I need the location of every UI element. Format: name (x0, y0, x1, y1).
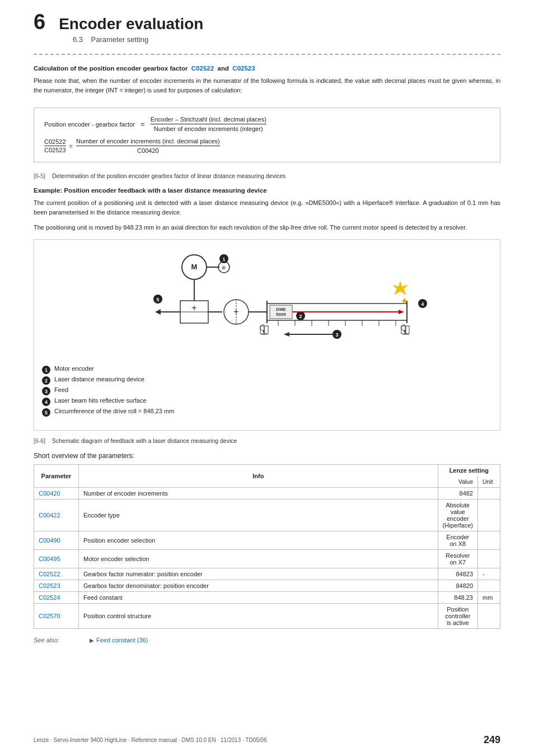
legend-text-1: Motor encoder (53, 365, 94, 372)
formula-row2: C02522 C02523 = Number of encoder increm… (44, 138, 490, 154)
formula-box: Position encoder - gearbox factor = Enco… (34, 108, 500, 162)
svg-text:4: 4 (421, 301, 424, 307)
cell-info: Position encoder selection (79, 531, 438, 550)
svg-marker-43 (284, 332, 289, 337)
formula-c02523: C02523 (44, 147, 66, 153)
caption-6-6-num: [6-6] (34, 437, 45, 444)
caption-6-5: [6-5] Determination of the position enco… (34, 172, 500, 179)
params-table: Parameter Info Lenze setting Value Unit … (34, 464, 500, 629)
caption-6-6: [6-6] Schematic diagram of feedback with… (34, 437, 500, 444)
svg-text:5000: 5000 (276, 312, 286, 317)
see-also: See also: ▶ Feed constant (36) (34, 637, 500, 643)
th-value: Value (438, 476, 477, 488)
chapter-number: 6 (34, 11, 45, 32)
cell-unit (478, 500, 500, 531)
param-link[interactable]: C00490 (39, 537, 60, 544)
link-c02523[interactable]: C02523 (232, 65, 255, 72)
cell-info: Encoder type (79, 500, 438, 531)
param-link[interactable]: C00495 (39, 556, 60, 562)
legend-num-4: 4 (42, 398, 50, 406)
param-link[interactable]: C00420 (39, 490, 60, 497)
legend-item-5: 5 Circumference of the drive roll = 848,… (42, 408, 492, 417)
formula-right-numerator: Number of encoder increments (incl. deci… (76, 138, 220, 146)
cell-param: C00420 (34, 488, 79, 500)
legend-num-1: 1 (42, 366, 50, 374)
link-c02522[interactable]: C02522 (191, 65, 214, 72)
legend-num-5: 5 (42, 408, 50, 417)
svg-text:M: M (191, 263, 198, 271)
formula-row2-equals: = (69, 143, 73, 150)
page: 6 Encoder evaluation 6.3 Parameter setti… (0, 0, 534, 756)
param-link[interactable]: C02524 (39, 594, 60, 601)
cell-value: 84823 (438, 568, 477, 580)
cell-info: Number of encoder increments (79, 488, 438, 500)
table-row: C00422Encoder typeAbsolute value encoder… (34, 500, 500, 531)
cell-info: Position control structure (79, 604, 438, 629)
legend-text-3: Feed (53, 386, 68, 393)
cell-unit (478, 550, 500, 568)
legend-text-2: Laser distance measuring device (53, 376, 144, 382)
th-info: Info (79, 465, 438, 488)
arrow-right-icon: ▶ (90, 637, 94, 643)
section-label: 6.3 Parameter setting (73, 35, 500, 44)
cell-info: Motor encoder selection (79, 550, 438, 568)
svg-text:+: + (233, 307, 238, 316)
th-lenze: Lenze setting (438, 465, 500, 477)
chapter-title: Encoder evaluation (59, 15, 203, 33)
param-link[interactable]: C02570 (39, 613, 60, 619)
cell-value: 8482 (438, 488, 477, 500)
formula-fraction: Encoder – Strichzahl (incl. decimal plac… (151, 116, 266, 132)
svg-text:3: 3 (335, 332, 338, 338)
cell-value: 84820 (438, 580, 477, 592)
formula-right-denominator: C00420 (137, 147, 159, 154)
calc-heading: Calculation of the position encoder gear… (34, 65, 500, 72)
cell-param: C02524 (34, 592, 79, 604)
cell-unit (478, 488, 500, 500)
svg-marker-56 (393, 281, 407, 295)
table-row: C02570Position control structurePosition… (34, 604, 500, 629)
page-header: 6 Encoder evaluation (34, 11, 500, 33)
svg-marker-38 (399, 310, 404, 314)
section-divider (34, 54, 500, 55)
svg-text:⊕: ⊕ (222, 265, 226, 270)
cell-info: Gearbox factor numerator: position encod… (79, 568, 438, 580)
formula-numerator: Encoder – Strichzahl (incl. decimal plac… (151, 116, 266, 124)
svg-marker-12 (155, 309, 161, 315)
formula-equals: = (140, 120, 145, 128)
svg-text:2: 2 (299, 314, 302, 319)
legend: 1 Motor encoder 2 Laser distance measuri… (42, 365, 492, 417)
legend-item-3: 3 Feed (42, 386, 492, 395)
param-link[interactable]: C02523 (39, 582, 60, 589)
cell-value: Absolute value encoder (Hiperface) (438, 500, 477, 531)
param-link[interactable]: C00422 (39, 512, 60, 519)
diagram-svg: M ⊕ 1 + (93, 248, 441, 360)
see-also-link[interactable]: Feed constant (36) (96, 637, 148, 643)
formula-c-fraction: C02522 C02523 (44, 138, 66, 153)
legend-text-5: Circumference of the drive roll = 848,23… (53, 408, 174, 414)
cell-unit (478, 531, 500, 550)
th-parameter: Parameter (34, 465, 79, 488)
svg-text:1: 1 (222, 256, 225, 262)
svg-text:DME: DME (276, 307, 286, 312)
cell-info: Gearbox factor denominator: position enc… (79, 580, 438, 592)
footer-right: 249 (484, 734, 500, 746)
legend-item-2: 2 Laser distance measuring device (42, 376, 492, 385)
svg-text:5: 5 (156, 297, 159, 302)
cell-param: C00495 (34, 550, 79, 568)
cell-value: Resolver on X7 (438, 550, 477, 568)
table-row: C00495Motor encoder selectionResolver on… (34, 550, 500, 568)
calc-section: Calculation of the position encoder gear… (34, 65, 500, 643)
caption-6-5-num: [6-5] (34, 172, 45, 179)
cell-value: Position controller is active (438, 604, 477, 629)
legend-item-1: 1 Motor encoder (42, 365, 492, 374)
example-body1: The current position of a positioning un… (34, 198, 500, 217)
legend-num-3: 3 (42, 387, 50, 395)
param-link[interactable]: C02522 (39, 571, 60, 577)
cell-param: C02523 (34, 580, 79, 592)
cell-unit: mm (478, 592, 500, 604)
caption-6-5-text: Determination of the position encoder ge… (52, 172, 285, 179)
caption-6-6-text: Schematic diagram of feedback with a las… (52, 437, 237, 444)
example-body2: The positioning unit is moved by 848.23 … (34, 223, 500, 232)
calc-body: Please note that, when the number of enc… (34, 76, 500, 95)
svg-text:✦: ✦ (400, 296, 409, 307)
